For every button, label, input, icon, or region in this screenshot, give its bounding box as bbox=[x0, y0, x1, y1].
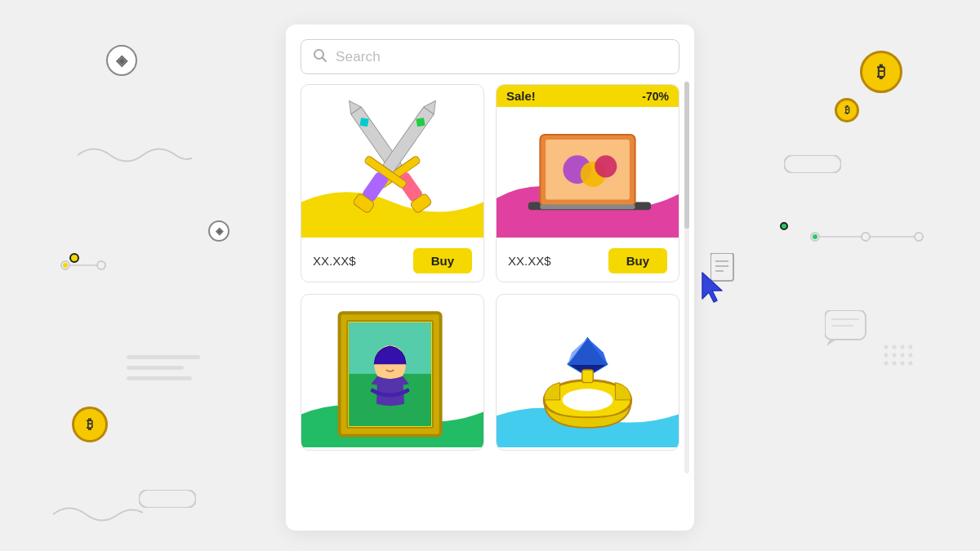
card-footer-swords: XX.XX$ Buy bbox=[301, 240, 483, 282]
card-image-laptop: Sale! -70% bbox=[497, 85, 679, 240]
eth-coin-small: ◈ bbox=[208, 220, 229, 242]
green-dot-right bbox=[780, 222, 788, 230]
svg-point-28 bbox=[811, 233, 819, 241]
nodes-line-left bbox=[59, 241, 108, 293]
card-image-painting bbox=[301, 295, 483, 450]
svg-point-20 bbox=[884, 353, 889, 358]
bg-right-decorations: ₿ ₿ bbox=[710, 0, 980, 551]
btc-coin-large-right: ₿ bbox=[860, 51, 902, 93]
svg-point-7 bbox=[63, 263, 68, 268]
svg-rect-69 bbox=[582, 370, 594, 383]
svg-point-63 bbox=[562, 389, 612, 411]
svg-point-17 bbox=[893, 345, 897, 349]
product-card-painting bbox=[301, 294, 484, 451]
svg-point-31 bbox=[862, 233, 870, 241]
search-icon bbox=[313, 48, 327, 65]
svg-point-16 bbox=[884, 345, 889, 349]
svg-point-21 bbox=[893, 353, 897, 358]
scrollbar-track[interactable] bbox=[684, 82, 689, 473]
svg-point-6 bbox=[97, 261, 105, 269]
card-image-ring bbox=[497, 295, 679, 450]
card-image-swords bbox=[301, 85, 483, 240]
wave-decoration-left bbox=[69, 139, 192, 175]
sale-badge: Sale! -70% bbox=[497, 85, 679, 107]
svg-rect-1 bbox=[127, 366, 184, 370]
svg-rect-13 bbox=[825, 310, 866, 340]
svg-point-27 bbox=[909, 362, 913, 366]
sale-discount: -70% bbox=[642, 90, 669, 103]
dots-grid-right bbox=[882, 343, 931, 379]
svg-point-33 bbox=[915, 233, 923, 241]
svg-rect-54 bbox=[540, 204, 635, 209]
svg-point-18 bbox=[901, 345, 905, 349]
product-card-laptop: Sale! -70% bbox=[496, 84, 679, 282]
svg-point-24 bbox=[884, 362, 889, 366]
svg-point-22 bbox=[901, 353, 905, 358]
svg-point-26 bbox=[901, 362, 905, 366]
product-grid: XX.XX$ Buy Sale! -70% bbox=[286, 84, 694, 465]
svg-line-35 bbox=[323, 58, 327, 62]
main-panel: Search bbox=[286, 24, 694, 531]
bg-left-decorations: ◈ ◈ ₿ bbox=[0, 0, 270, 551]
svg-rect-8 bbox=[784, 155, 841, 173]
svg-point-25 bbox=[893, 362, 897, 366]
search-container: Search bbox=[286, 24, 694, 84]
nodes-line-right bbox=[808, 212, 939, 264]
scrollbar-thumb[interactable] bbox=[684, 82, 689, 229]
buy-button-laptop[interactable]: Buy bbox=[608, 248, 667, 273]
svg-rect-2 bbox=[127, 376, 192, 380]
svg-marker-70 bbox=[702, 273, 722, 302]
cursor-decoration bbox=[699, 269, 728, 307]
svg-point-53 bbox=[595, 155, 617, 177]
svg-rect-0 bbox=[127, 355, 200, 359]
node-dot-left bbox=[69, 253, 79, 263]
price-swords: XX.XX$ bbox=[313, 254, 356, 268]
squiggle-bottom-left bbox=[49, 498, 147, 530]
pill-decoration-right bbox=[784, 155, 841, 176]
svg-point-19 bbox=[909, 345, 913, 349]
product-card-swords: XX.XX$ Buy bbox=[301, 84, 484, 282]
eth-coin-large: ◈ bbox=[106, 45, 137, 76]
card-footer-laptop: XX.XX$ Buy bbox=[497, 240, 679, 282]
search-placeholder-text: Search bbox=[336, 49, 381, 65]
chat-bubble-right bbox=[825, 310, 870, 350]
btc-coin-left: ₿ bbox=[72, 407, 108, 442]
buy-button-swords[interactable]: Buy bbox=[413, 248, 472, 273]
svg-point-4 bbox=[61, 261, 69, 269]
btc-coin-small-right: ₿ bbox=[835, 98, 859, 122]
search-bar[interactable]: Search bbox=[301, 39, 679, 74]
product-card-ring bbox=[496, 294, 679, 451]
svg-point-23 bbox=[909, 353, 913, 358]
lines-decoration-left bbox=[127, 351, 200, 387]
svg-rect-3 bbox=[139, 490, 196, 508]
price-laptop: XX.XX$ bbox=[508, 254, 551, 268]
sale-label: Sale! bbox=[506, 89, 536, 103]
pill-decoration-left bbox=[139, 490, 196, 511]
svg-point-29 bbox=[813, 234, 817, 239]
